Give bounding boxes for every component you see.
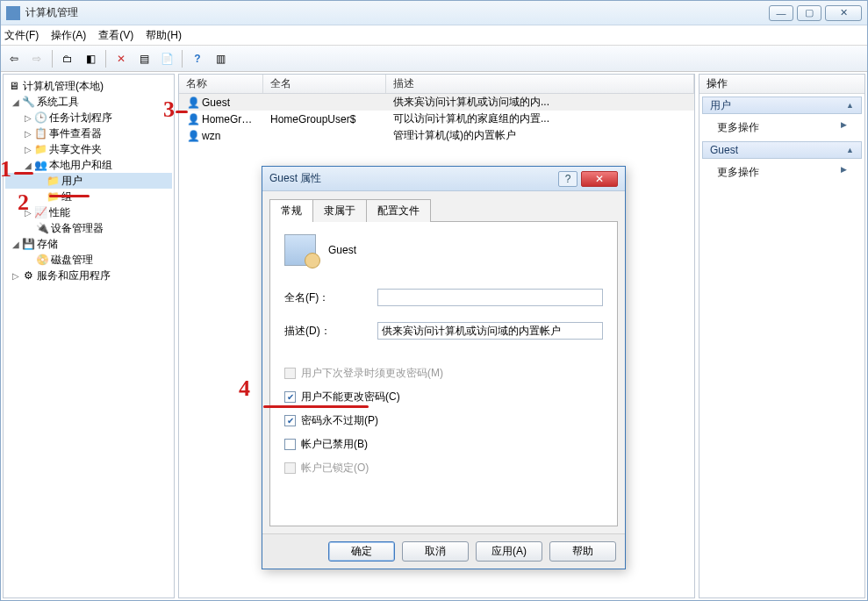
dialog-title: Guest 属性 bbox=[269, 171, 558, 186]
col-fullname[interactable]: 全名 bbox=[263, 75, 386, 93]
checkbox-cannot-change[interactable]: ✔用户不能更改密码(C) bbox=[284, 390, 603, 404]
action-section-guest[interactable]: Guest▲ bbox=[702, 141, 862, 159]
tree-task-scheduler[interactable]: ▷🕒任务计划程序 bbox=[5, 110, 172, 125]
desc-label: 描述(D)： bbox=[284, 324, 372, 339]
menu-file[interactable]: 文件(F) bbox=[4, 28, 39, 43]
delete-button[interactable]: ✕ bbox=[111, 49, 131, 68]
username-display: Guest bbox=[328, 244, 356, 256]
export-button[interactable]: ▥ bbox=[211, 49, 230, 68]
checkbox-icon bbox=[284, 368, 296, 379]
maximize-button[interactable]: ▢ bbox=[797, 5, 821, 21]
checkbox-must-change: 用户下次登录时须更改密码(M) bbox=[284, 366, 603, 381]
tree-device-manager[interactable]: 🔌设备管理器 bbox=[5, 220, 172, 236]
checkbox-icon bbox=[284, 439, 296, 450]
nav-tree: 🖥计算机管理(本地) ◢🔧系统工具 ▷🕒任务计划程序 ▷📋事件查看器 ▷📁共享文… bbox=[3, 74, 175, 598]
close-button[interactable]: ✕ bbox=[825, 5, 862, 21]
checkbox-icon: ✔ bbox=[284, 391, 296, 403]
tree-root[interactable]: 🖥计算机管理(本地) bbox=[5, 78, 172, 94]
back-button[interactable]: ⇦ bbox=[4, 49, 24, 68]
tree-performance[interactable]: ▷📈性能 bbox=[5, 204, 172, 220]
dialog-titlebar: Guest 属性 ? ✕ bbox=[262, 167, 625, 191]
user-large-icon bbox=[284, 234, 316, 266]
tab-profile[interactable]: 配置文件 bbox=[366, 199, 431, 222]
tree-local-users[interactable]: ◢👥本地用户和组 bbox=[5, 157, 172, 173]
tab-member[interactable]: 隶属于 bbox=[312, 199, 367, 222]
tree-groups[interactable]: 📁组 bbox=[5, 189, 172, 204]
list-item[interactable]: 👤HomeGrou... HomeGroupUser$ 可以访问计算机的家庭组的… bbox=[179, 111, 694, 127]
tree-disk-mgmt[interactable]: 📀磁盘管理 bbox=[5, 252, 172, 268]
properties-button[interactable]: ▤ bbox=[134, 49, 154, 68]
tree-event-viewer[interactable]: ▷📋事件查看器 bbox=[5, 125, 172, 141]
help-button[interactable]: ? bbox=[188, 49, 207, 68]
checkbox-never-expire[interactable]: ✔密码永不过期(P) bbox=[284, 413, 603, 428]
dialog-help-button[interactable]: ? bbox=[558, 171, 577, 187]
action-more-1[interactable]: 更多操作▶ bbox=[699, 117, 864, 139]
actions-panel: 操作 用户▲ 更多操作▶ Guest▲ 更多操作▶ bbox=[699, 74, 865, 598]
menubar: 文件(F) 操作(A) 查看(V) 帮助(H) bbox=[1, 25, 867, 46]
list-item[interactable]: 👤Guest 供来宾访问计算机或访问域的内... bbox=[179, 94, 694, 111]
user-list: 👤Guest 供来宾访问计算机或访问域的内... 👤HomeGrou... Ho… bbox=[179, 94, 694, 144]
refresh-button[interactable]: 📄 bbox=[157, 49, 176, 68]
action-section-users[interactable]: 用户▲ bbox=[702, 97, 862, 114]
window-title: 计算机管理 bbox=[25, 5, 769, 20]
list-item[interactable]: 👤wzn 管理计算机(域)的内置帐户 bbox=[179, 127, 694, 144]
checkbox-icon: ✔ bbox=[284, 415, 296, 426]
menu-view[interactable]: 查看(V) bbox=[98, 28, 133, 43]
tree-shared-folders[interactable]: ▷📁共享文件夹 bbox=[5, 141, 172, 157]
action-more-2[interactable]: 更多操作▶ bbox=[699, 161, 864, 183]
properties-dialog: Guest 属性 ? ✕ 常规 隶属于 配置文件 Guest 全名(F)： 描述… bbox=[262, 166, 626, 569]
titlebar: 计算机管理 — ▢ ✕ bbox=[1, 1, 867, 25]
column-headers: 名称 全名 描述 bbox=[179, 75, 694, 94]
tree-users[interactable]: 📁用户 bbox=[5, 173, 172, 189]
checkbox-disabled[interactable]: 帐户已禁用(B) bbox=[284, 437, 603, 452]
collapse-icon: ▲ bbox=[846, 146, 854, 154]
actions-header: 操作 bbox=[699, 75, 864, 94]
dialog-close-button[interactable]: ✕ bbox=[581, 171, 618, 187]
tree-services-apps[interactable]: ▷⚙服务和应用程序 bbox=[5, 268, 172, 283]
menu-help[interactable]: 帮助(H) bbox=[146, 28, 182, 43]
tab-page-general: Guest 全名(F)： 描述(D)： 用户下次登录时须更改密码(M) ✔用户不… bbox=[269, 221, 618, 526]
fullname-label: 全名(F)： bbox=[284, 290, 372, 305]
apply-button[interactable]: 应用(A) bbox=[476, 541, 542, 562]
dialog-buttons: 确定 取消 应用(A) 帮助 bbox=[262, 533, 625, 569]
tree-system-tools[interactable]: ◢🔧系统工具 bbox=[5, 94, 172, 110]
collapse-icon: ▲ bbox=[846, 101, 854, 110]
help-button[interactable]: 帮助 bbox=[549, 541, 616, 562]
up-button[interactable]: 🗀 bbox=[58, 49, 77, 68]
user-icon: 👤 bbox=[186, 113, 200, 125]
user-icon: 👤 bbox=[186, 130, 200, 142]
forward-button[interactable]: ⇨ bbox=[27, 49, 47, 68]
checkbox-icon bbox=[284, 462, 296, 474]
menu-action[interactable]: 操作(A) bbox=[51, 28, 86, 43]
col-desc[interactable]: 描述 bbox=[386, 75, 694, 93]
tabstrip: 常规 隶属于 配置文件 bbox=[262, 191, 625, 221]
cancel-button[interactable]: 取消 bbox=[402, 541, 469, 562]
fullname-input[interactable] bbox=[377, 289, 603, 306]
chevron-right-icon: ▶ bbox=[841, 120, 847, 135]
toolbar: ⇦ ⇨ 🗀 ◧ ✕ ▤ 📄 ? ▥ bbox=[1, 46, 867, 72]
col-name[interactable]: 名称 bbox=[179, 75, 263, 93]
tree-storage[interactable]: ◢💾存储 bbox=[5, 236, 172, 252]
checkbox-locked: 帐户已锁定(O) bbox=[284, 461, 603, 476]
app-icon bbox=[6, 6, 20, 20]
desc-input[interactable] bbox=[377, 322, 603, 340]
chevron-right-icon: ▶ bbox=[841, 165, 847, 180]
minimize-button[interactable]: — bbox=[769, 5, 793, 21]
tab-general[interactable]: 常规 bbox=[269, 199, 313, 222]
ok-button[interactable]: 确定 bbox=[328, 541, 395, 562]
show-hide-button[interactable]: ◧ bbox=[81, 49, 100, 68]
user-icon: 👤 bbox=[186, 97, 200, 109]
